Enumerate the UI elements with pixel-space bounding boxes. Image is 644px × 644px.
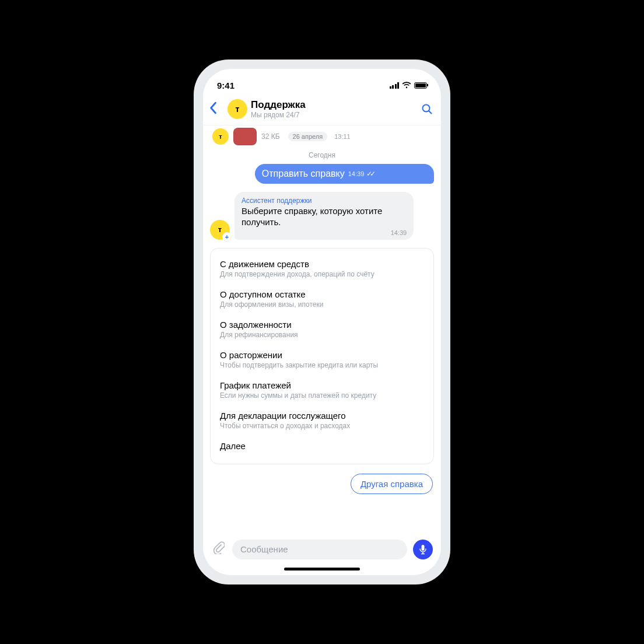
incoming-time: 14:39 — [242, 229, 407, 236]
other-reference-chip[interactable]: Другая справка — [351, 474, 433, 494]
status-bar: 9:41 — [203, 75, 441, 96]
svg-rect-1 — [422, 545, 425, 551]
mic-button[interactable] — [413, 540, 433, 559]
header-title: Поддержка — [251, 99, 414, 111]
cellular-signal-icon — [390, 82, 400, 89]
options-card: С движением средств Для подтверждения до… — [210, 248, 434, 464]
search-button[interactable] — [418, 103, 433, 115]
option-payment-schedule[interactable]: График платежей Если нужны суммы и даты … — [220, 376, 424, 406]
file-time: 13:11 — [334, 133, 351, 140]
assistant-label: Ассистент поддержки — [242, 197, 407, 205]
outgoing-message[interactable]: Отправить справку 14:39 ✓✓ — [255, 164, 434, 184]
message-input[interactable]: Сообщение — [232, 540, 407, 559]
screen: 9:41 т Поддержка Мы рядом 24/7 т — [203, 69, 441, 575]
date-pill: 26 апреля — [288, 132, 328, 141]
option-debt[interactable]: О задолженности Для рефинансирования — [220, 315, 424, 345]
option-available-balance[interactable]: О доступном остатке Для оформления визы,… — [220, 285, 424, 315]
option-civil-servant-declaration[interactable]: Для декларации госслужащего Чтобы отчита… — [220, 406, 424, 436]
file-thumbnail-icon — [233, 128, 257, 145]
svg-point-0 — [423, 105, 430, 112]
wifi-icon — [402, 82, 411, 89]
outgoing-text: Отправить справку — [262, 169, 345, 179]
status-time: 9:41 — [217, 80, 235, 90]
file-size: 32 КБ — [261, 132, 280, 141]
read-check-icon: ✓✓ — [366, 170, 373, 178]
incoming-bubble[interactable]: Ассистент поддержки Выберите справку, ко… — [235, 192, 414, 240]
chat-area: т 32 КБ 26 апреля 13:11 Сегодня Отправит… — [203, 125, 441, 535]
status-icons — [390, 82, 428, 89]
incoming-message: т + Ассистент поддержки Выберите справку… — [210, 192, 434, 240]
option-termination[interactable]: О расторжении Чтобы подтвердить закрытие… — [220, 345, 424, 376]
input-bar: Сообщение — [203, 535, 441, 565]
plus-badge-icon: + — [222, 232, 232, 242]
phone-frame: 9:41 т Поддержка Мы рядом 24/7 т — [194, 60, 450, 584]
home-indicator — [284, 568, 360, 570]
chat-header: т Поддержка Мы рядом 24/7 — [203, 96, 441, 125]
incoming-text: Выберите справку, которую хотите получит… — [242, 206, 407, 228]
support-avatar: т — [228, 99, 247, 119]
option-more[interactable]: Далее — [220, 436, 424, 459]
outgoing-time: 14:39 — [348, 170, 365, 177]
option-funds-movement[interactable]: С движением средств Для подтверждения до… — [220, 254, 424, 285]
file-message[interactable]: т 32 КБ 26 апреля 13:11 — [210, 125, 434, 145]
sender-avatar-icon: т — [212, 128, 229, 145]
day-separator: Сегодня — [210, 151, 434, 159]
header-subtitle: Мы рядом 24/7 — [251, 111, 414, 119]
attach-button[interactable] — [211, 541, 226, 558]
assistant-avatar: т + — [210, 220, 230, 240]
battery-icon — [414, 82, 427, 89]
back-button[interactable] — [208, 102, 224, 117]
